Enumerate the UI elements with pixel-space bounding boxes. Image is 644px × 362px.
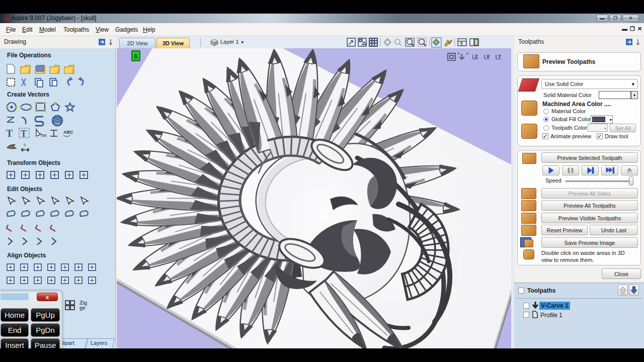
svg-text:ge: ge <box>79 305 86 311</box>
svg-text:T: T <box>21 129 27 139</box>
svg-text:Y: Y <box>498 54 501 59</box>
svg-text:AB: AB <box>41 133 47 138</box>
svg-text:X: X <box>487 54 490 59</box>
svg-text:File Operations: File Operations <box>7 52 51 59</box>
svg-text:?: ? <box>23 143 26 148</box>
svg-text:Transform Objects: Transform Objects <box>7 159 60 166</box>
svg-text:T: T <box>6 128 13 139</box>
svg-text:Edit Objects: Edit Objects <box>7 186 42 193</box>
svg-text:Z: Z <box>475 54 478 59</box>
svg-text:ABC: ABC <box>63 130 73 135</box>
svg-text:Create Vectors: Create Vectors <box>7 91 49 98</box>
svg-text:6: 6 <box>133 53 138 61</box>
svg-text:Align Objects: Align Objects <box>7 252 46 259</box>
